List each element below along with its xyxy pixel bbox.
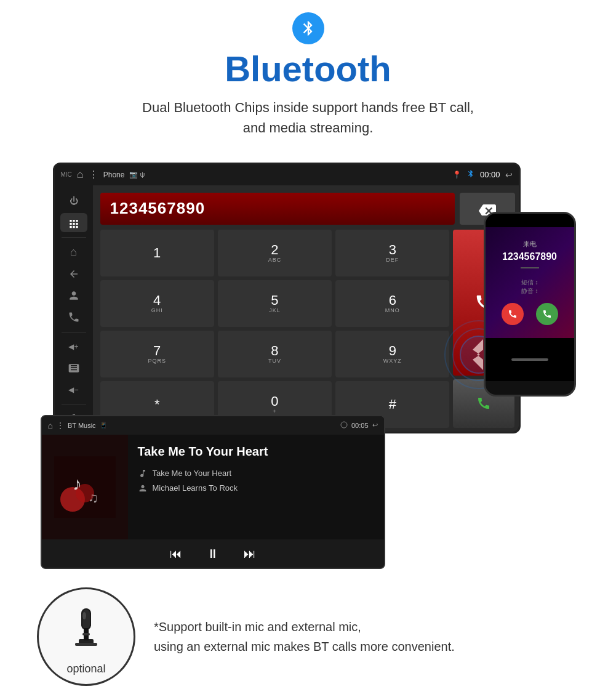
header-section: Bluetooth Dual Bluetooth Chips inside su… [0, 0, 616, 144]
phone-call-buttons [502, 303, 558, 325]
music-controls: ⏮ ⏸ ⏭ [42, 539, 384, 569]
phone-number-row: 1234567890 [100, 193, 515, 225]
album-art: ♪ ♫ [42, 435, 128, 539]
topbar-left: MIC ⌂ ⋮ Phone 📷 ψ [61, 168, 145, 181]
svg-text:♪: ♪ [73, 473, 82, 494]
music-content: ♪ ♫ Take Me To Your Heart Take Me to You… [42, 435, 384, 539]
dial-btn-8[interactable]: 8TUV [218, 331, 332, 377]
phone-status-label: 来电 [523, 240, 537, 249]
optional-text: *Support built-in mic and external mic, … [154, 617, 455, 656]
home-btn[interactable]: ⌂ [77, 168, 84, 181]
phone-notch [486, 214, 574, 227]
sidebar-btn-radio[interactable] [60, 359, 87, 378]
phone-home-indicator [511, 358, 548, 361]
dial-btn-4[interactable]: 4GHI [100, 280, 214, 327]
device-area: MIC ⌂ ⋮ Phone 📷 ψ 📍 00:00 ↩ ⏻ [41, 163, 576, 569]
dial-btn-5[interactable]: 5JKL [218, 280, 332, 327]
phone-divider [521, 267, 539, 268]
sidebar-btn-apps[interactable] [60, 213, 87, 232]
phone-call-number: 1234567890 [502, 251, 557, 262]
time-display: 00:00 [480, 170, 500, 179]
svg-rect-14 [82, 633, 90, 635]
dial-btn-6[interactable]: 6MNO [335, 280, 449, 327]
dial-btn-7[interactable]: 7PQRS [100, 331, 214, 377]
svg-text:♫: ♫ [88, 490, 98, 506]
svg-point-15 [82, 612, 86, 619]
music-back-btn[interactable]: ↩ [372, 421, 378, 429]
music-home-btn[interactable]: ⌂ [48, 421, 53, 430]
music-time: 00:05 [351, 422, 369, 429]
dial-btn-3[interactable]: 3DEF [335, 230, 449, 276]
location-icon: 📍 [452, 171, 462, 179]
phone-bottom-bar [486, 338, 574, 381]
dial-btn-9[interactable]: 9WXYZ [335, 331, 449, 377]
music-artist: Michael Learns To Rock [138, 483, 374, 493]
svg-point-3 [341, 422, 347, 428]
back-btn[interactable]: ↩ [505, 170, 513, 180]
notch-shape [514, 216, 545, 225]
topbar-icons: 📷 ψ [129, 171, 145, 179]
topbar-right: 📍 00:00 ↩ [452, 169, 513, 180]
page-title: Bluetooth [0, 49, 616, 89]
head-unit-topbar: MIC ⌂ ⋮ Phone 📷 ψ 📍 00:00 ↩ [55, 164, 519, 185]
bt-icon-topbar [466, 169, 475, 180]
sidebar-btn-home[interactable]: ⌂ [60, 243, 87, 262]
dial-btn-1[interactable]: 1 [100, 230, 214, 276]
phone-incoming-call: 来电 1234567890 短信 ↕ 静音 ↕ [486, 227, 574, 338]
music-topbar-right: 00:05 ↩ [340, 421, 378, 430]
phone-decline-btn[interactable] [502, 303, 524, 325]
phone-options: 短信 ↕ 静音 ↕ [521, 278, 538, 296]
mic-image [55, 597, 117, 659]
music-big-title: Take Me To Your Heart [138, 445, 374, 459]
screen-label: Phone [103, 171, 125, 179]
sidebar-btn-contacts[interactable] [60, 286, 87, 305]
sidebar-btn-vol-up[interactable]: ◀+ [60, 337, 87, 356]
prev-btn[interactable]: ⏮ [170, 547, 182, 561]
svg-rect-10 [75, 643, 97, 646]
music-mode-icon: 📱 [100, 422, 107, 429]
sidebar-btn-vol-down[interactable]: ◀− [60, 381, 87, 400]
dialpad-grid: 1 2ABC 3DEF 4GHI 5JKL 6MNO 7PQRS 8TUV 9W… [100, 230, 450, 428]
sidebar-btn-power[interactable]: ⏻ [60, 191, 87, 211]
mic-indicator: MIC [61, 171, 72, 178]
dial-btn-2[interactable]: 2ABC [218, 230, 332, 276]
smartphone: 来电 1234567890 短信 ↕ 静音 ↕ [484, 212, 576, 397]
music-track-name: Take Me to Your Heart [138, 469, 374, 478]
sidebar-btn-phone[interactable] [60, 307, 87, 326]
phone-screen: 1234567890 1 2ABC 3DEF 4GHI 5JKL [93, 185, 521, 433]
menu-btn[interactable]: ⋮ [89, 169, 98, 180]
mic-circle: optional [37, 587, 135, 686]
optional-label: optional [66, 663, 105, 675]
music-label: BT Music [68, 422, 96, 429]
music-player: ⌂ ⋮ BT Music 📱 00:05 ↩ [41, 415, 385, 569]
music-topbar-left: ⌂ ⋮ BT Music 📱 [48, 421, 107, 430]
phone-number-display: 1234567890 [100, 193, 455, 225]
play-pause-btn[interactable]: ⏸ [207, 547, 219, 561]
phone-accept-btn[interactable] [536, 303, 558, 325]
music-bt-icon [340, 421, 348, 430]
optional-section: optional *Support built-in mic and exter… [0, 569, 616, 689]
bluetooth-icon [292, 12, 324, 44]
next-btn[interactable]: ⏭ [244, 547, 256, 561]
head-unit: MIC ⌂ ⋮ Phone 📷 ψ 📍 00:00 ↩ ⏻ [53, 163, 521, 433]
subtitle: Dual Bluetooth Chips inside support hand… [93, 97, 524, 138]
sidebar-btn-back[interactable] [60, 264, 87, 283]
music-topbar: ⌂ ⋮ BT Music 📱 00:05 ↩ [42, 416, 384, 435]
left-sidebar: ⏻ ⌂ [55, 185, 93, 433]
music-info: Take Me To Your Heart Take Me to Your He… [128, 435, 384, 539]
phone-content: 1234567890 1 2ABC 3DEF 4GHI 5JKL [93, 185, 521, 433]
music-menu-btn[interactable]: ⋮ [57, 421, 64, 430]
